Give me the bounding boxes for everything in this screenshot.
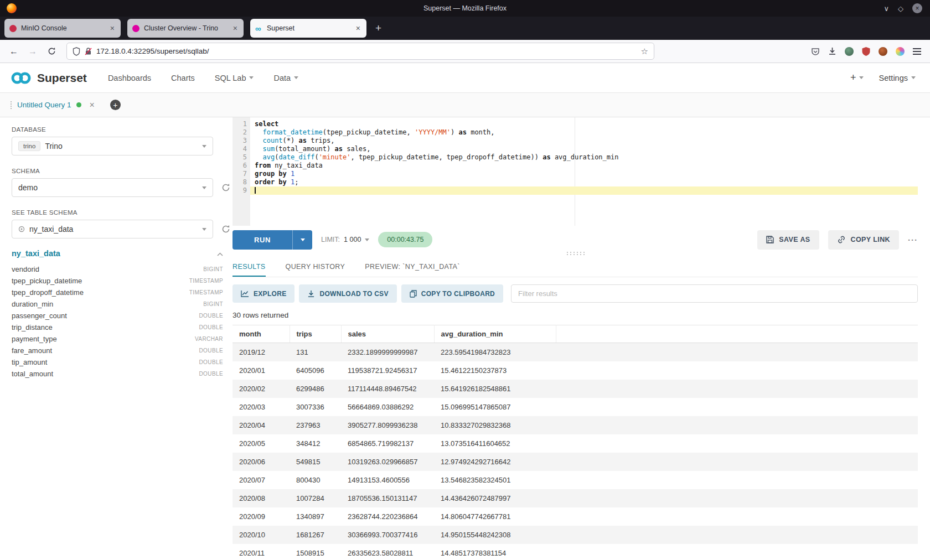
- results-cell: 14.950155448242308: [434, 526, 556, 544]
- insecure-lock-icon[interactable]: [85, 47, 92, 55]
- reload-button[interactable]: [43, 43, 60, 60]
- editor-code-area[interactable]: select format_datetime(tpep_pickup_datet…: [250, 117, 918, 226]
- tab-preview[interactable]: PREVIEW: `NY_TAXI_DATA`: [365, 256, 460, 277]
- results-cell: 1508915: [290, 544, 341, 560]
- more-actions-button[interactable]: ···: [908, 235, 918, 245]
- results-cell-filler: [556, 343, 918, 361]
- schema-column-row: tip_amountDOUBLE: [12, 356, 223, 368]
- results-row: 2020/016405096119538721.9245631715.46122…: [232, 361, 918, 380]
- forward-button[interactable]: →: [24, 43, 41, 60]
- results-cell: 18705536.150131147: [341, 489, 434, 507]
- table-panel-title: ny_taxi_data: [12, 249, 60, 258]
- results-column-header[interactable]: trips: [290, 325, 341, 343]
- query-tab-label[interactable]: Untitled Query 1: [17, 101, 71, 109]
- extension-icon-3[interactable]: [896, 47, 905, 56]
- results-column-header[interactable]: month: [232, 325, 290, 343]
- run-split-button: RUN: [232, 230, 312, 250]
- browser-tab-minio[interactable]: MinIO Console ×: [4, 19, 121, 38]
- refresh-table-button[interactable]: [221, 225, 230, 234]
- chevron-down-icon: [859, 76, 864, 79]
- collapse-table-button[interactable]: [217, 248, 223, 258]
- drag-handle-icon[interactable]: [566, 251, 585, 255]
- column-type: BIGINT: [203, 301, 223, 307]
- run-options-button[interactable]: [292, 230, 312, 250]
- maximize-button[interactable]: ◇: [898, 5, 903, 12]
- extension-icon-2[interactable]: [879, 47, 887, 56]
- browser-tab-trino[interactable]: Cluster Overview - Trino ×: [127, 19, 244, 38]
- results-cell: 2332.1899999999987: [341, 343, 434, 361]
- schema-column-row: trip_distanceDOUBLE: [12, 322, 223, 333]
- results-cell: 237963: [290, 416, 341, 434]
- nav-charts[interactable]: Charts: [171, 74, 195, 82]
- url-text[interactable]: 172.18.0.4:32295/superset/sqllab/: [96, 47, 637, 55]
- settings-menu[interactable]: Settings: [879, 74, 916, 82]
- schema-select[interactable]: demo: [12, 178, 213, 197]
- browser-tab-superset[interactable]: ∞ Superset ×: [250, 19, 366, 38]
- results-row: 2020/0654981510319263.02996685712.974924…: [232, 453, 918, 471]
- save-as-button[interactable]: SAVE AS: [757, 230, 819, 250]
- pocket-icon[interactable]: [811, 47, 820, 56]
- table-columns-list: vendoridBIGINTtpep_pickup_datetimeTIMEST…: [12, 263, 232, 380]
- shield-icon[interactable]: [73, 47, 80, 56]
- back-button[interactable]: ←: [6, 43, 22, 60]
- url-bar[interactable]: 172.18.0.4:32295/superset/sqllab/ ☆: [66, 43, 654, 60]
- results-column-header[interactable]: sales: [341, 325, 434, 343]
- downloads-icon[interactable]: [828, 47, 836, 55]
- code-line: group by 1: [250, 170, 918, 178]
- chevron-down-icon: [202, 145, 206, 148]
- superset-logo[interactable]: Superset: [10, 71, 87, 85]
- code-line: from ny_taxi_data: [250, 162, 918, 170]
- nav-dashboards[interactable]: Dashboards: [108, 74, 151, 82]
- code-line: count(*) as trips,: [250, 137, 918, 145]
- limit-dropdown[interactable]: LIMIT: 1 000: [321, 236, 369, 243]
- column-name: fare_amount: [12, 346, 52, 355]
- menu-button[interactable]: [913, 48, 921, 55]
- close-button[interactable]: ×: [912, 3, 922, 13]
- results-column-filler: [556, 325, 918, 343]
- query-tab-active[interactable]: Untitled Query 1 ×: [10, 100, 95, 110]
- minimize-button[interactable]: ∨: [884, 5, 889, 12]
- nav-data[interactable]: Data: [273, 74, 298, 82]
- schema-value: demo: [18, 183, 38, 192]
- ublock-shield-icon[interactable]: [862, 47, 870, 56]
- schema-column-row: vendoridBIGINT: [12, 263, 223, 275]
- database-select[interactable]: trino Trino: [12, 137, 213, 155]
- copy-clipboard-button[interactable]: COPY TO CLIPBOARD: [401, 284, 503, 303]
- refresh-schema-button[interactable]: [221, 183, 230, 192]
- drag-handle-icon[interactable]: [10, 101, 12, 109]
- chevron-down-icon: [202, 186, 206, 189]
- sql-editor[interactable]: 123456789 select format_datetime(tpep_pi…: [232, 117, 918, 226]
- filter-results-input[interactable]: [511, 284, 918, 303]
- column-name: vendorid: [12, 265, 39, 273]
- tab-close-icon[interactable]: ×: [355, 24, 361, 33]
- tab-results[interactable]: RESULTS: [232, 256, 266, 277]
- results-cell: 14.806047742667781: [434, 507, 556, 526]
- tab-close-icon[interactable]: ×: [109, 24, 116, 33]
- results-cell: 26335623.58028811: [341, 544, 434, 560]
- line-number: 2: [232, 128, 247, 137]
- table-select[interactable]: ny_taxi_data: [12, 220, 213, 238]
- new-tab-button[interactable]: +: [373, 22, 384, 34]
- results-cell: 2020/04: [232, 416, 290, 434]
- schema-column-row: passenger_countDOUBLE: [12, 310, 223, 322]
- copy-link-button[interactable]: COPY LINK: [828, 230, 899, 250]
- nav-sql-lab[interactable]: SQL Lab: [215, 74, 254, 82]
- new-item-button[interactable]: +: [850, 72, 864, 84]
- results-row: 2020/09134089723628744.22023686414.80604…: [232, 507, 918, 526]
- download-csv-button[interactable]: DOWNLOAD TO CSV: [299, 284, 396, 303]
- tab-close-icon[interactable]: ×: [232, 24, 239, 33]
- tab-query-history[interactable]: QUERY HISTORY: [286, 256, 345, 277]
- results-column-header[interactable]: avg_duration_min: [434, 325, 556, 343]
- column-type: DOUBLE: [199, 371, 223, 377]
- schema-column-row: tpep_dropoff_datetimeTIMESTAMP: [12, 287, 223, 298]
- results-cell-filler: [556, 507, 918, 526]
- add-query-tab-button[interactable]: +: [110, 100, 121, 110]
- bookmark-star-icon[interactable]: ☆: [641, 46, 648, 56]
- results-row: 2020/08100728418705536.15013114714.43642…: [232, 489, 918, 507]
- explore-button[interactable]: EXPLORE: [232, 284, 294, 303]
- query-tab-close-icon[interactable]: ×: [90, 100, 95, 110]
- extension-icon-1[interactable]: [845, 47, 854, 56]
- run-button[interactable]: RUN: [232, 230, 292, 250]
- pane-divider[interactable]: [232, 250, 918, 256]
- results-cell-filler: [556, 434, 918, 453]
